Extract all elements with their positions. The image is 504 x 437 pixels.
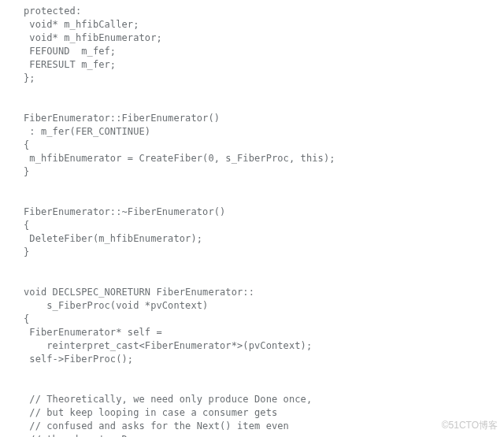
code-block: protected: void* m_hfibCaller; void* m_h…	[0, 0, 504, 437]
watermark: ©51CTO博客	[442, 419, 498, 432]
